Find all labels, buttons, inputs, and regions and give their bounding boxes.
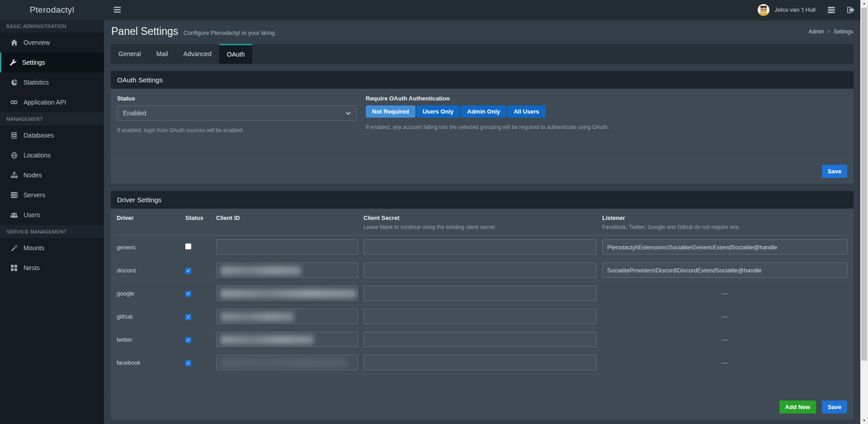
add-new-button[interactable]: Add New — [779, 400, 816, 414]
sidebar-item-databases[interactable]: Databases — [0, 125, 104, 145]
listener-none: — — [602, 336, 848, 343]
sidebar-toggle-button[interactable] — [111, 5, 123, 14]
sitemap-icon — [10, 172, 18, 178]
sidebar-item-label: Locations — [24, 152, 51, 159]
sidebar-item-users[interactable]: Users — [0, 205, 104, 225]
sidebar-item-overview[interactable]: Overview — [0, 33, 104, 52]
link-icon — [10, 100, 18, 105]
tab-general[interactable]: General — [111, 44, 149, 64]
client-id-input[interactable] — [216, 262, 358, 278]
chevron-down-icon — [346, 112, 351, 115]
scroll-up-arrow[interactable]: ▲ — [860, 0, 868, 7]
driver-name: discord — [117, 267, 180, 274]
pie-chart-icon — [10, 79, 18, 86]
require-option-not-required[interactable]: Not Required — [366, 105, 415, 118]
users-icon — [10, 212, 18, 218]
user-menu[interactable]: Jelco van 't Hull — [758, 4, 816, 16]
sidebar-section-management: MANAGEMENT — [0, 112, 104, 125]
sidebar-item-label: Nodes — [24, 172, 42, 179]
oauth-save-button[interactable]: Save — [822, 165, 847, 178]
tab-advanced[interactable]: Advanced — [175, 44, 219, 64]
listener-none: — — [602, 290, 848, 297]
breadcrumb: Admin>Settings — [809, 29, 853, 35]
avatar — [758, 4, 769, 16]
client-secret-input[interactable] — [363, 332, 597, 347]
listener-input[interactable]: SocialiteProviders\Discord\DiscordExtend… — [602, 262, 848, 278]
sidebar-item-application-api[interactable]: Application API — [0, 92, 104, 112]
status-checkbox[interactable] — [185, 291, 191, 297]
client-secret-input[interactable] — [363, 239, 597, 255]
driver-panel-title: Driver Settings — [111, 191, 854, 209]
driver-save-button[interactable]: Save — [822, 400, 847, 414]
home-icon — [10, 39, 18, 46]
listener-none: — — [602, 359, 848, 366]
scroll-down-arrow[interactable]: ▼ — [860, 417, 868, 424]
client-secret-input[interactable] — [363, 262, 597, 278]
status-select[interactable]: Enabled — [117, 105, 357, 121]
table-row: google — — [117, 282, 848, 305]
sign-out-icon — [847, 7, 854, 13]
oauth-panel-title: OAuth Settings — [111, 71, 854, 89]
status-checkbox[interactable] — [185, 314, 191, 320]
sidebar-item-label: Application API — [24, 99, 66, 106]
globe-icon — [10, 152, 18, 159]
sidebar-item-servers[interactable]: Servers — [0, 185, 104, 205]
driver-name: google — [117, 290, 180, 297]
tab-oauth[interactable]: OAuth — [219, 44, 253, 64]
sidebar-item-mounts[interactable]: Mounts — [0, 238, 104, 258]
redacted-value — [221, 358, 348, 367]
client-id-input[interactable] — [216, 239, 358, 255]
redacted-value — [221, 335, 314, 344]
sidebar-item-label: Settings — [22, 59, 45, 66]
require-option-users-only[interactable]: Users Only — [416, 105, 460, 118]
navbar-main: Jelco van 't Hull — [104, 0, 868, 19]
client-id-input[interactable] — [216, 332, 358, 347]
scrollbar-thumb[interactable] — [861, 8, 867, 361]
require-option-all-users[interactable]: All Users — [507, 105, 545, 118]
sign-out-button[interactable] — [847, 7, 854, 13]
servers-list-button[interactable] — [828, 7, 835, 13]
listener-input[interactable]: Pterodactyl\Extensions\Socialite\Generic… — [602, 239, 848, 255]
client-id-input[interactable] — [216, 286, 358, 301]
status-help-text: If enabled, login from OAuth sources wil… — [117, 126, 357, 136]
client-secret-input[interactable] — [363, 286, 597, 301]
status-select-value: Enabled — [123, 110, 146, 117]
server-icon — [10, 192, 18, 198]
status-checkbox[interactable] — [185, 360, 191, 366]
sidebar-item-statistics[interactable]: Statistics — [0, 72, 104, 92]
breadcrumb-settings: Settings — [834, 29, 853, 35]
sidebar-item-label: Mounts — [24, 244, 44, 252]
require-oauth-button-group: Not Required Users Only Admin Only All U… — [366, 105, 632, 118]
brand-logo[interactable]: Pterodactyl — [0, 0, 104, 19]
status-checkbox[interactable] — [185, 243, 191, 249]
col-listener-help: Facebook, Twitter, Google and Github do … — [602, 224, 848, 230]
user-name: Jelco van 't Hull — [774, 6, 816, 13]
client-secret-input[interactable] — [363, 309, 597, 324]
driver-name: twitter — [117, 336, 180, 343]
require-oauth-label: Require OAuth Authentication — [366, 95, 632, 102]
sidebar-item-nodes[interactable]: Nodes — [0, 165, 104, 185]
sidebar-item-locations[interactable]: Locations — [0, 145, 104, 165]
sidebar-item-settings[interactable]: Settings — [0, 52, 104, 72]
table-row: twitter — — [117, 328, 848, 351]
status-checkbox[interactable] — [185, 268, 191, 274]
col-status: Status — [185, 214, 211, 221]
sidebar-item-label: Servers — [24, 191, 45, 199]
client-secret-input[interactable] — [363, 355, 597, 370]
status-checkbox[interactable] — [185, 337, 191, 343]
require-oauth-help-text: If enabled, any account falling into the… — [366, 123, 632, 133]
client-id-input[interactable] — [216, 309, 358, 324]
col-listener: Listener — [602, 214, 848, 221]
tab-mail[interactable]: Mail — [149, 44, 176, 64]
settings-tabs: General Mail Advanced OAuth — [111, 44, 854, 64]
breadcrumb-admin[interactable]: Admin — [809, 29, 824, 35]
client-id-input[interactable] — [216, 355, 358, 370]
col-client-secret: Client Secret — [363, 214, 597, 221]
require-option-admin-only[interactable]: Admin Only — [461, 105, 506, 118]
vertical-scrollbar[interactable]: ▲ ▼ — [860, 0, 868, 424]
sidebar-item-label: Statistics — [24, 79, 49, 86]
sidebar-item-nests[interactable]: Nests — [0, 258, 104, 278]
sidebar-item-label: Nests — [24, 264, 40, 272]
content-header: Panel Settings Configure Pterodactyl to … — [104, 19, 860, 44]
sidebar: BASIC ADMINISTRATION Overview Settings S… — [0, 19, 104, 424]
